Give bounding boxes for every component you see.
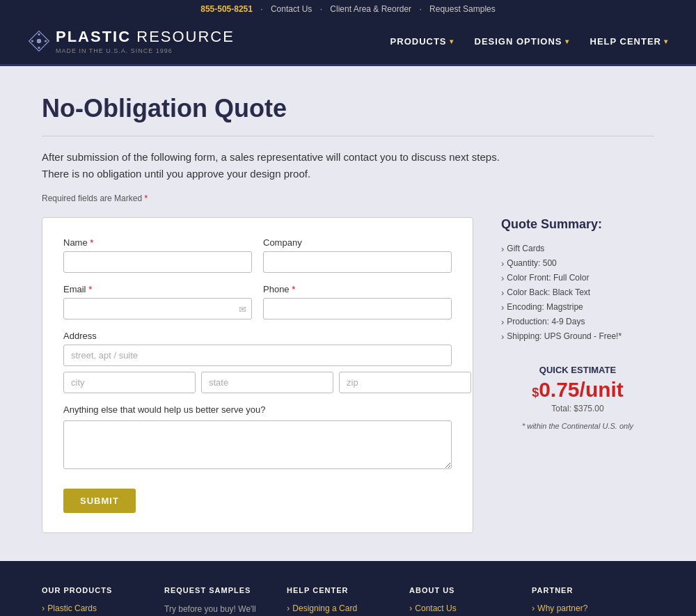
notes-textarea[interactable] <box>63 420 452 469</box>
notes-group: Anything else that would help us better … <box>63 404 452 483</box>
city-row <box>63 372 452 393</box>
footer: OUR PRODUCTS Plastic Cards Plastic Busin… <box>0 561 696 616</box>
main-nav: PRODUCTS ▾ DESIGN OPTIONS ▾ HELP CENTER … <box>390 36 668 47</box>
price-prefix: $ <box>532 386 539 400</box>
quote-item-encoding: Encoding: Magstripe <box>501 300 654 315</box>
footer-help-title: HELP CENTER <box>287 586 398 594</box>
address-group: Address <box>63 331 452 393</box>
products-arrow: ▾ <box>450 38 454 45</box>
email-icon: ✉ <box>239 303 246 314</box>
footer-samples-text: Try before you buy! We'll send you print… <box>164 603 276 616</box>
footer-link-why-partner[interactable]: Why partner? <box>532 603 643 613</box>
name-group: Name * <box>63 237 252 273</box>
quote-item-gift-cards: Gift Cards <box>501 242 654 256</box>
company-label: Company <box>263 237 452 248</box>
page-title: No-Obligation Quote <box>42 94 654 136</box>
footer-about-title: ABOUT US <box>409 586 521 594</box>
required-star: * <box>144 194 148 203</box>
footer-cols: OUR PRODUCTS Plastic Cards Plastic Busin… <box>42 586 654 616</box>
design-arrow: ▾ <box>565 38 569 45</box>
footer-col-samples: REQUEST SAMPLES Try before you buy! We'l… <box>164 586 287 616</box>
svg-point-3 <box>45 40 47 42</box>
price-display: $0.75/unit <box>501 378 654 402</box>
quote-item-color-back: Color Back: Black Text <box>501 285 654 300</box>
price-total: Total: $375.00 <box>501 404 654 413</box>
quote-summary-title: Quote Summary: <box>501 217 654 232</box>
top-phone[interactable]: 855-505-8251 <box>200 4 253 14</box>
logo-brand: PLASTIC <box>56 28 131 45</box>
quick-estimate-label: QUICK ESTIMATE <box>501 365 654 375</box>
footer-products-title: OUR PRODUCTS <box>42 586 153 594</box>
quote-item-shipping: Shipping: UPS Ground - Free!* <box>501 329 654 344</box>
quote-list: Gift Cards Quantity: 500 Color Front: Fu… <box>501 242 654 344</box>
name-label: Name * <box>63 237 252 248</box>
footer-link-plastic-cards[interactable]: Plastic Cards <box>42 603 153 613</box>
email-group: Email * ✉ <box>63 284 252 319</box>
quick-estimate: QUICK ESTIMATE $0.75/unit Total: $375.00… <box>501 358 654 430</box>
top-contact[interactable]: Contact Us <box>271 4 312 14</box>
logo-sub: MADE IN THE U.S.A. SINCE 1996 <box>56 47 235 54</box>
top-request-samples[interactable]: Request Samples <box>429 4 496 14</box>
logo-icon <box>28 30 50 52</box>
content-row: Name * Company Email * ✉ <box>42 217 654 533</box>
footer-col-about: ABOUT US Contact Us Newsletter Subscript… <box>409 586 532 616</box>
name-required: * <box>90 237 93 248</box>
email-wrapper: ✉ <box>63 298 252 319</box>
email-label: Email * <box>63 284 252 294</box>
phone-group: Phone * <box>263 284 452 319</box>
footer-col-help: HELP CENTER Designing a Card Loading Val… <box>287 586 409 616</box>
city-input[interactable] <box>63 372 196 393</box>
quote-item-quantity: Quantity: 500 <box>501 256 654 271</box>
svg-point-5 <box>31 40 33 42</box>
logo-text-area: PLASTIC RESOURCE MADE IN THE U.S.A. SINC… <box>56 28 235 54</box>
required-note: Required fields are Marked * <box>42 194 654 203</box>
phone-input[interactable] <box>263 298 452 319</box>
svg-point-2 <box>38 33 40 35</box>
address-label: Address <box>63 331 452 341</box>
nav-products[interactable]: PRODUCTS ▾ <box>390 36 454 47</box>
footer-samples-title: REQUEST SAMPLES <box>164 586 276 594</box>
nav-help-center[interactable]: HELP CENTER ▾ <box>590 36 669 47</box>
logo-area: PLASTIC RESOURCE MADE IN THE U.S.A. SINC… <box>28 28 235 54</box>
main-area: No-Obligation Quote After submission of … <box>0 66 696 561</box>
notes-label: Anything else that would help us better … <box>63 404 452 415</box>
quote-item-color-front: Color Front: Full Color <box>501 271 654 285</box>
footer-link-designing[interactable]: Designing a Card <box>287 603 398 613</box>
footer-partner-title: PARTNER <box>532 586 643 594</box>
zip-input[interactable] <box>339 372 471 393</box>
phone-label: Phone * <box>263 284 452 294</box>
quote-form: Name * Company Email * ✉ <box>42 217 473 533</box>
logo-text: PLASTIC RESOURCE <box>56 28 235 46</box>
company-input[interactable] <box>263 251 452 273</box>
name-input[interactable] <box>63 251 252 273</box>
top-client-area[interactable]: Client Area & Reorder <box>330 4 411 14</box>
header: PLASTIC RESOURCE MADE IN THE U.S.A. SINC… <box>0 18 696 66</box>
footer-link-contact[interactable]: Contact Us <box>409 603 521 613</box>
price-value: 0.75 <box>539 378 579 401</box>
svg-point-4 <box>38 47 40 49</box>
email-input[interactable] <box>63 298 252 319</box>
footer-col-products: OUR PRODUCTS Plastic Cards Plastic Busin… <box>42 586 164 616</box>
price-note: * within the Continental U.S. only <box>501 422 654 430</box>
company-group: Company <box>263 237 452 273</box>
top-separator: · <box>260 4 265 14</box>
submit-button[interactable]: SUBMIT <box>63 489 136 513</box>
address-street-input[interactable] <box>63 345 452 366</box>
name-company-row: Name * Company <box>63 237 452 273</box>
nav-design-options[interactable]: DESIGN OPTIONS ▾ <box>475 36 569 47</box>
help-arrow: ▾ <box>664 38 668 45</box>
email-phone-row: Email * ✉ Phone * <box>63 284 452 319</box>
quote-summary: Quote Summary: Gift Cards Quantity: 500 … <box>501 217 654 430</box>
top-bar: 855-505-8251 · Contact Us · Client Area … <box>0 0 696 18</box>
quote-item-production: Production: 4-9 Days <box>501 315 654 329</box>
page-description: After submission of the following form, … <box>42 149 515 182</box>
price-suffix: /unit <box>580 378 624 401</box>
footer-col-partner: PARTNER Why partner? Reseller Program Re… <box>532 586 654 616</box>
logo-rest: RESOURCE <box>131 28 235 45</box>
state-input[interactable] <box>201 372 333 393</box>
svg-point-1 <box>37 39 41 43</box>
